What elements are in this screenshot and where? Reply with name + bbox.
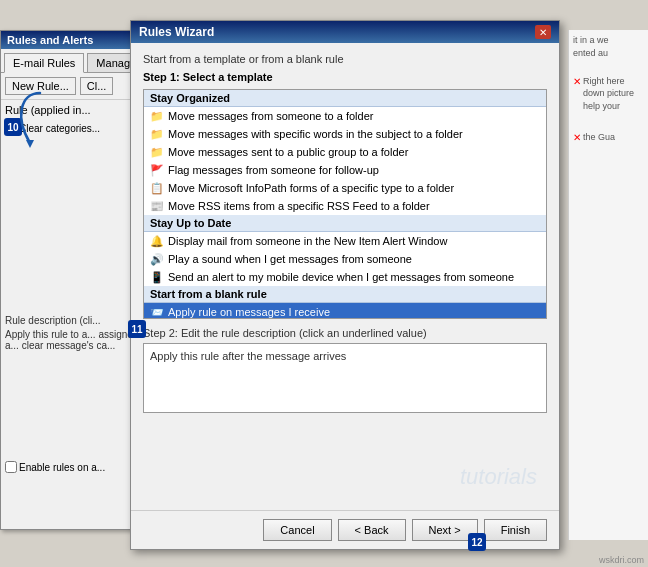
- error-icon: ✕: [573, 75, 581, 89]
- template-item[interactable]: 📱 Send an alert to my mobile device when…: [144, 268, 546, 286]
- wizard-body: Start from a template or from a blank ru…: [131, 43, 559, 510]
- step2-text: Apply this rule after the message arrive…: [150, 350, 346, 362]
- step2-description-box: Apply this rule after the message arrive…: [143, 343, 547, 413]
- template-item[interactable]: 🔊 Play a sound when I get messages from …: [144, 250, 546, 268]
- back-button[interactable]: < Back: [338, 519, 406, 541]
- template-item[interactable]: 📁 Move messages sent to a public group t…: [144, 143, 546, 161]
- folder-group-icon: 📁: [150, 145, 164, 159]
- wizard-step-label: Start from a template or from a blank ru…: [143, 53, 547, 65]
- watermark-site: wskdri.com: [599, 555, 644, 565]
- enable-rules-checkbox[interactable]: [5, 461, 17, 473]
- template-item[interactable]: 🚩 Flag messages from someone for follow-…: [144, 161, 546, 179]
- template-listbox[interactable]: Stay Organized 📁 Move messages from some…: [143, 89, 547, 319]
- template-item[interactable]: 📁 Move messages with specific words in t…: [144, 125, 546, 143]
- wizard-step1-title: Step 1: Select a template: [143, 71, 547, 83]
- badge-12: 12: [468, 533, 486, 551]
- selected-item-text: Apply rule on messages I receive: [168, 306, 330, 318]
- wizard-close-button[interactable]: ✕: [535, 25, 551, 39]
- template-item[interactable]: 🔔 Display mail from someone in the New I…: [144, 232, 546, 250]
- folder-words-icon: 📁: [150, 127, 164, 141]
- infopath-icon: 📋: [150, 181, 164, 195]
- wizard-title-bar: Rules Wizard ✕: [131, 21, 559, 43]
- wizard-title-text: Rules Wizard: [139, 25, 214, 39]
- template-item[interactable]: 📁 Move messages from someone to a folder: [144, 107, 546, 125]
- flag-icon: 🚩: [150, 163, 164, 177]
- step2-label: Step 2: Edit the rule description (click…: [143, 327, 547, 339]
- folder-move-icon: 📁: [150, 109, 164, 123]
- mobile-alert-icon: 📱: [150, 270, 164, 284]
- section-blank-rule: Start from a blank rule: [144, 286, 546, 303]
- alert-icon: 🔔: [150, 234, 164, 248]
- right-panel: it in a we ented au ✕ Right here down pi…: [568, 30, 648, 540]
- step2-box-wrapper: Apply this rule after the message arrive…: [143, 343, 547, 500]
- clear-button[interactable]: Cl...: [80, 77, 114, 95]
- template-item[interactable]: 📋 Move Microsoft InfoPath forms of a spe…: [144, 179, 546, 197]
- rules-wizard-dialog: Rules Wizard ✕ Start from a template or …: [130, 20, 560, 550]
- sound-icon: 🔊: [150, 252, 164, 266]
- finish-button[interactable]: Finish: [484, 519, 547, 541]
- rules-alerts-title-text: Rules and Alerts: [7, 34, 93, 46]
- svg-marker-0: [26, 140, 34, 148]
- cancel-button[interactable]: Cancel: [263, 519, 331, 541]
- section-stay-up-to-date: Stay Up to Date: [144, 215, 546, 232]
- tab-email-rules[interactable]: E-mail Rules: [4, 53, 84, 73]
- enable-rules-label: Enable rules on a...: [19, 462, 105, 473]
- watermark-text: tutorials: [460, 464, 537, 490]
- template-item-receive[interactable]: 📨 Apply rule on messages I receive: [144, 303, 546, 319]
- right-panel-text: it in a we ented au ✕ Right here down pi…: [569, 30, 648, 152]
- wizard-footer: Cancel < Back Next > Finish: [131, 510, 559, 549]
- arrow-annotation: [10, 88, 50, 151]
- error-icon-2: ✕: [573, 131, 581, 145]
- section-stay-organized: Stay Organized: [144, 90, 546, 107]
- badge-11: 11: [128, 320, 146, 338]
- rss-icon: 📰: [150, 199, 164, 213]
- template-item[interactable]: 📰 Move RSS items from a specific RSS Fee…: [144, 197, 546, 215]
- enable-rules-check: Enable rules on a...: [5, 461, 105, 473]
- receive-icon: 📨: [150, 305, 164, 319]
